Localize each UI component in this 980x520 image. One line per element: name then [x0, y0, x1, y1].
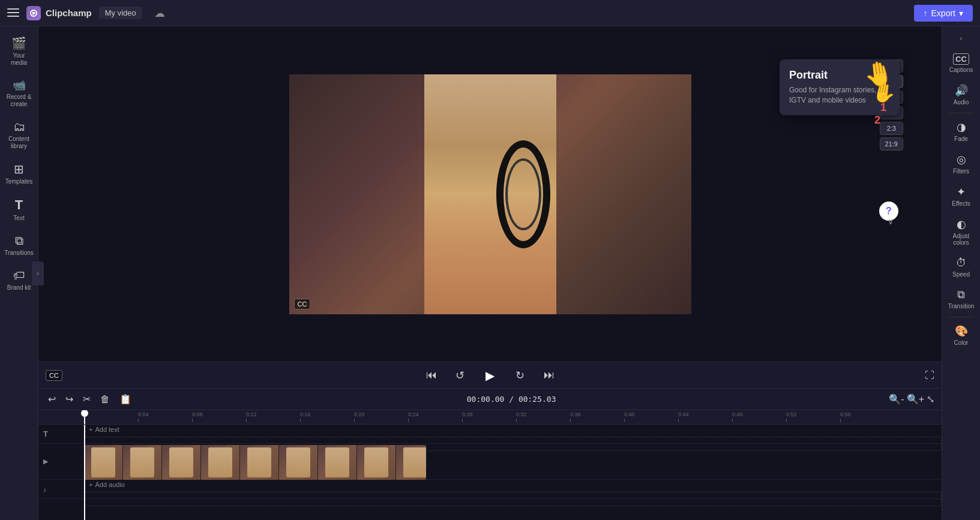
sidebar-item-content-library-label: Contentlibrary: [8, 136, 29, 150]
video-track-row: ▶: [38, 444, 942, 480]
export-button[interactable]: ↑ Export ▾: [914, 5, 973, 22]
closed-captions-preview-button[interactable]: CC: [294, 299, 311, 309]
export-arrow-icon: ↑: [924, 8, 928, 18]
app-title: Clipchamp: [46, 8, 92, 18]
thumb-frame-4: [201, 445, 240, 480]
aspect-ratio-panel: Portrait Good for Instagram stories, IGT…: [780, 59, 900, 115]
adjust-colors-icon: ◐: [957, 218, 966, 231]
timeline-area: ↩ ↪ ✂ 🗑 📋 00:00.00 / 00:25.03 🔍- 🔍+ ⤡ 0: [38, 388, 942, 520]
fullscreen-button[interactable]: ⛶: [925, 370, 934, 381]
captions-tool[interactable]: CC Captions: [945, 49, 978, 78]
transition-tool[interactable]: ⧉ Transition: [945, 284, 978, 314]
text-track-icon: T: [43, 429, 48, 438]
captions-label: Captions: [949, 67, 973, 73]
timecode-display: 00:00.00 / 00:25.03: [139, 395, 884, 404]
video-thumbnail-strip[interactable]: [84, 445, 426, 480]
aspect-ratio-panel-description: Good for Instagram stories, IGTV and mob…: [789, 85, 890, 106]
zoom-in-button[interactable]: 🔍+: [907, 393, 924, 405]
sidebar-item-transitions-label: Transitions: [4, 250, 34, 257]
sidebar-item-your-media-label: Your media: [5, 52, 34, 67]
zoom-out-button[interactable]: 🔍-: [889, 393, 904, 405]
sidebar-item-templates[interactable]: ⊞ Templates: [2, 157, 36, 190]
transition-icon: ⧉: [957, 288, 965, 301]
right-tool-divider-1: [949, 113, 973, 113]
sidebar-item-transitions[interactable]: ⧉ Transitions: [2, 229, 36, 261]
fast-forward-button[interactable]: ↻: [511, 366, 530, 385]
speed-tool[interactable]: ⏱ Speed: [945, 252, 978, 282]
left-sidebar-collapse-button[interactable]: ›: [32, 261, 44, 285]
sidebar-item-templates-label: Templates: [5, 178, 33, 185]
undo-button[interactable]: ↩: [46, 392, 58, 406]
tick-28: 0:28: [462, 410, 516, 425]
timeline-tracks: T + Add text ▶: [38, 425, 942, 499]
redo-button[interactable]: ↪: [63, 392, 76, 406]
add-text-plus-icon: +: [89, 426, 92, 433]
filters-tool[interactable]: ◎ Filters: [945, 148, 978, 179]
timeline-playhead[interactable]: [84, 410, 85, 424]
fade-label: Fade: [954, 136, 968, 142]
aspect-ratio-2-3[interactable]: 2:3: [880, 122, 903, 135]
tick-32: 0:32: [516, 410, 570, 425]
delete-button[interactable]: 🗑: [98, 393, 112, 406]
sidebar-item-text[interactable]: T Text: [2, 193, 36, 227]
rewind-button[interactable]: ↺: [451, 366, 470, 385]
video-title[interactable]: My video: [99, 7, 142, 19]
add-to-timeline-button[interactable]: 📋: [117, 392, 134, 406]
timeline-ruler: 0 0:04 0:08 0:12 0:16 0:20 0:24 0:28 0:3…: [38, 410, 942, 425]
adjust-colors-tool[interactable]: ◐ Adjust colors: [945, 213, 978, 251]
aspect-ratio-panel-title: Portrait: [789, 69, 890, 82]
sidebar-item-record-create[interactable]: 📹 Record &create: [2, 74, 36, 113]
hamburger-menu-icon[interactable]: [7, 8, 19, 18]
effects-tool[interactable]: ✦ Effects: [945, 181, 978, 212]
video-track-content: [84, 444, 942, 479]
video-preview: CC Portrait Good for Instagram stories, …: [38, 26, 942, 362]
add-text-button[interactable]: + Add text: [84, 425, 942, 434]
audio-icon: 🔊: [955, 84, 968, 97]
color-icon: 🎨: [955, 324, 968, 338]
collapse-right-button[interactable]: ‹: [957, 31, 964, 45]
skip-forward-button[interactable]: ⏭: [540, 366, 559, 385]
add-audio-label: Add audio: [95, 481, 125, 488]
color-tool[interactable]: 🎨 Color: [945, 320, 978, 351]
filters-label: Filters: [953, 168, 969, 175]
audio-track-icon: ♪: [43, 486, 47, 493]
audio-tool[interactable]: 🔊 Audio: [945, 79, 978, 110]
speed-label: Speed: [952, 271, 970, 278]
effects-label: Effects: [952, 200, 970, 207]
transition-label: Transition: [948, 303, 975, 309]
cut-button[interactable]: ✂: [80, 392, 93, 406]
tick-20: 0:20: [354, 410, 408, 425]
ring-light-inner: [505, 158, 541, 230]
adjust-colors-label: Adjust colors: [947, 233, 976, 246]
chevron-down-button[interactable]: ∨: [888, 217, 894, 226]
audio-track-dashed-area: [84, 492, 942, 506]
sidebar-item-brand-kit-label: Brand kit: [7, 284, 31, 291]
sidebar-item-record-create-label: Record &create: [7, 94, 32, 108]
main-layout: 🎬 Your media 📹 Record &create 🗂 Contentl…: [0, 26, 980, 520]
preview-wrapper: CC: [289, 74, 691, 314]
timeline-content: 0 0:04 0:08 0:12 0:16 0:20 0:24 0:28 0:3…: [38, 410, 942, 520]
text-track-label: T: [38, 429, 84, 438]
zoom-controls: 🔍- 🔍+ ⤡: [889, 393, 934, 405]
play-pause-button[interactable]: ▶: [479, 365, 501, 386]
skip-back-button[interactable]: ⏮: [422, 366, 441, 385]
sidebar-item-your-media[interactable]: 🎬 Your media: [2, 31, 36, 71]
sidebar-item-brand-kit[interactable]: 🏷 Brand kit: [2, 264, 36, 296]
sidebar-item-content-library[interactable]: 🗂 Contentlibrary: [2, 115, 36, 155]
thumb-frame-6: [279, 445, 318, 480]
effects-icon: ✦: [957, 185, 966, 199]
captions-toggle-button[interactable]: CC: [46, 370, 62, 381]
fit-timeline-button[interactable]: ⤡: [927, 393, 934, 405]
clipchamp-logo-icon: [26, 6, 41, 20]
thumb-frame-8: [357, 445, 396, 480]
aspect-ratio-21-9[interactable]: 21:9: [880, 137, 903, 151]
fade-tool[interactable]: ◑ Fade: [945, 116, 978, 147]
playback-controls: CC ⏮ ↺ ▶ ↻ ⏭ ⛶: [38, 362, 942, 388]
topbar-right: ↑ Export ▾: [914, 5, 973, 22]
record-create-icon: 📹: [13, 79, 26, 92]
ruler-tick-marks: 0 0:04 0:08 0:12 0:16 0:20 0:24 0:28 0:3…: [84, 410, 942, 425]
add-audio-button[interactable]: + Add audio: [84, 480, 942, 489]
fade-icon: ◑: [957, 121, 966, 134]
thumb-frame-9: [396, 445, 426, 480]
audio-track-content: + Add audio: [84, 480, 942, 498]
